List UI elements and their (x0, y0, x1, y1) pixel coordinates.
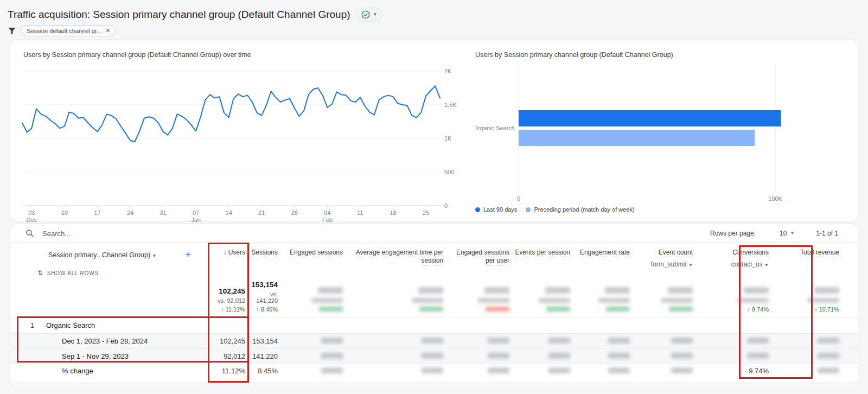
svg-text:0: 0 (444, 202, 448, 209)
totals-users: 102,245vs. 92,012↑ 11.12% (218, 287, 245, 313)
report-table-panel: Rows per page: 10 ▼ 1-1 of 1 Session pri… (10, 224, 858, 383)
svg-text:0: 0 (517, 195, 520, 202)
column-sort-engaged_sessions[interactable]: Engaged sessions (290, 249, 343, 257)
filter-bar: Session default channel gr... ✕ (8, 25, 116, 36)
column-sort-engaged_sessions_per_user[interactable]: Engaged sessions per user (448, 249, 509, 265)
column-sort-total_revenue[interactable]: Total revenue (800, 249, 839, 257)
cell-events_per_session (514, 337, 575, 345)
search-input[interactable] (41, 229, 204, 238)
svg-text:Feb: Feb (322, 217, 333, 223)
cell-engagement_rate (575, 337, 634, 345)
report-header: Traffic acquisition: Session primary cha… (8, 8, 382, 22)
totals-sessions: 153,154vs. 141,220↑ 8.45% (250, 281, 278, 313)
filter-funnel-icon[interactable] (8, 27, 16, 35)
cell-engaged_sessions (282, 367, 347, 375)
legend-item[interactable]: Last 90 days (475, 206, 517, 213)
cell-total_revenue (773, 367, 844, 375)
sort-desc-icon: ↓ (224, 249, 227, 256)
ga4-traffic-acquisition-report: Traffic acquisition: Session primary cha… (0, 0, 868, 394)
cell-conversions (697, 337, 773, 345)
totals-conversions: ↑ 9.74% (737, 287, 769, 313)
column-header-conversions: Conversions contact_us ▼ ↑ 9.74% (697, 243, 773, 317)
row-label: Organic Search (46, 321, 95, 329)
pagination-controls: Rows per page: 10 ▼ 1-1 of 1 (710, 230, 838, 237)
cell-engaged_sessions_per_user (448, 337, 514, 345)
column-sort-conversions[interactable]: Conversions (732, 249, 769, 257)
column-sort-events_per_session[interactable]: Events per session (515, 249, 570, 257)
table-row[interactable]: 1 Organic Search (10, 317, 858, 333)
column-header-engaged_sessions_per_user: Engaged sessions per user (448, 243, 514, 317)
column-header-users: ↓Users 102,245vs. 92,012↑ 11.12% (208, 243, 250, 317)
cell-total_revenue (773, 352, 844, 360)
chevron-down-icon: ▼ (688, 263, 693, 268)
svg-text:18: 18 (390, 209, 396, 216)
legend-dot (475, 207, 480, 212)
dimension-header-cell: Session primary...Channel Group) ▼ + ⇅SH… (10, 243, 208, 317)
row-label: Sep 1 - Nov 29, 2023 (46, 352, 129, 360)
bar-chart-region: Users by Session primary channel group (… (475, 40, 855, 222)
column-sort-sessions[interactable]: Sessions (251, 249, 278, 257)
chevron-down-icon: ▼ (373, 12, 378, 17)
rows-per-page-select[interactable]: 10 ▼ (780, 230, 794, 237)
dimension-selector[interactable]: Session primary...Channel Group) ▼ (48, 251, 156, 259)
page-title: Traffic acquisition: Session primary cha… (8, 9, 350, 21)
cell-sessions: 141,220 (250, 352, 282, 360)
column-header-events_per_session: Events per session (514, 243, 575, 317)
metric-selector-conversions[interactable]: contact_us ▼ (731, 260, 769, 268)
cell-users: 11.12% (208, 367, 250, 375)
column-header-avg_engagement_time: Average engagement time per session (347, 243, 448, 317)
svg-text:14: 14 (226, 209, 232, 216)
row-label: Dec 1, 2023 - Feb 28, 2024 (46, 337, 148, 345)
totals-event_count (661, 287, 693, 313)
cell-event_count (634, 337, 697, 345)
search-box[interactable] (25, 229, 710, 238)
svg-text:17: 17 (94, 209, 100, 216)
cell-events_per_session (514, 367, 575, 375)
cell-events_per_session (514, 352, 575, 360)
legend-item[interactable]: Preceding period (match day of week) (526, 206, 634, 213)
column-header-engaged_sessions: Engaged sessions (282, 243, 347, 317)
svg-text:Organic Search: Organic Search (475, 125, 515, 131)
add-column-button[interactable]: + (185, 249, 191, 260)
rows-per-page-label: Rows per page: (710, 230, 756, 237)
svg-text:1.5K: 1.5K (444, 101, 457, 108)
cell-engaged_sessions_per_user (448, 352, 514, 360)
table-toolbar: Rows per page: 10 ▼ 1-1 of 1 (10, 224, 858, 243)
totals-avg_engagement_time (412, 287, 443, 313)
table-row[interactable]: % change11.12%8.45%9.74% (10, 363, 858, 378)
cell-engaged_sessions (282, 352, 347, 360)
cell-conversions: 9.74% (697, 367, 773, 375)
users-by-channel-bar-chart: 0100KOrganic Search (475, 54, 851, 205)
filter-chip[interactable]: Session default channel gr... ✕ (21, 25, 116, 36)
table-row[interactable]: Sep 1 - Nov 29, 202392,012141,220 (10, 348, 858, 363)
column-header-sessions: Sessions 153,154vs. 141,220↑ 8.45% (250, 243, 282, 317)
svg-text:21: 21 (258, 209, 265, 216)
svg-text:24: 24 (127, 209, 133, 216)
column-sort-engagement_rate[interactable]: Engagement rate (580, 249, 630, 257)
column-header-total_revenue: Total revenue ↑ 10.71% (773, 243, 844, 317)
table-body: 1 Organic Search Dec 1, 2023 - Feb 28, 2… (10, 317, 858, 378)
cell-engaged_sessions (282, 337, 347, 345)
totals-engagement_rate (598, 287, 630, 313)
column-sort-avg_engagement_time[interactable]: Average engagement time per session (347, 249, 443, 265)
svg-text:1K: 1K (444, 135, 452, 142)
totals-total_revenue: ↑ 10.71% (808, 287, 839, 313)
cell-users: 102,245 (208, 337, 250, 345)
column-sort-event_count[interactable]: Event count (659, 249, 693, 257)
charts-panel: Users by Session primary channel group (… (10, 40, 858, 221)
show-all-rows-button[interactable]: ⇅SHOW ALL ROWS (37, 269, 99, 277)
users-over-time-line-chart: 2K1.5K1K500003Dec1017243107Jan14212804Fe… (10, 54, 469, 225)
cell-engaged_sessions_per_user (448, 367, 514, 375)
metric-selector-event_count[interactable]: form_submit ▼ (651, 260, 693, 268)
table-row[interactable]: Dec 1, 2023 - Feb 28, 2024102,245153,154 (10, 333, 858, 348)
svg-text:04: 04 (324, 209, 330, 216)
cell-users: 92,012 (208, 352, 250, 360)
totals-engaged_sessions (311, 287, 343, 313)
svg-text:100K: 100K (768, 195, 782, 202)
cell-engagement_rate (575, 367, 634, 375)
column-header-engagement_rate: Engagement rate (575, 243, 634, 317)
close-icon[interactable]: ✕ (105, 27, 110, 34)
svg-text:Dec: Dec (27, 217, 37, 223)
column-sort-users[interactable]: ↓Users (224, 249, 245, 257)
report-status-badge[interactable]: ▼ (356, 8, 383, 22)
